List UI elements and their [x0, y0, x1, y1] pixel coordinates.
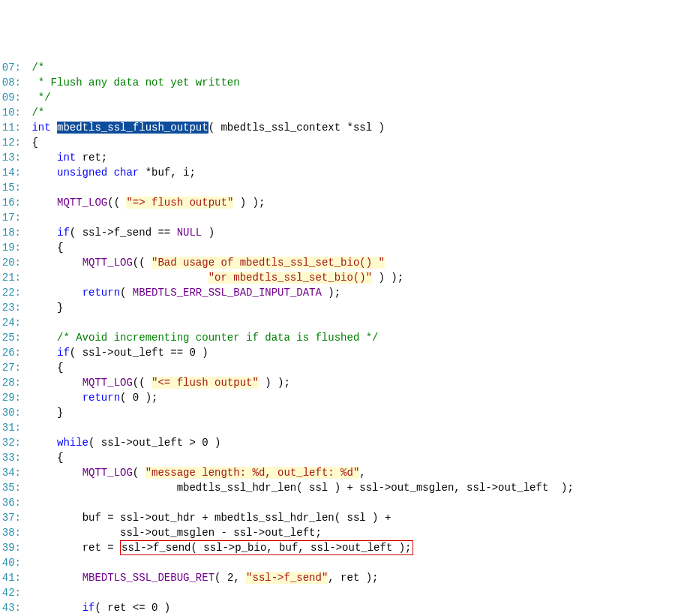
- line-number: 36:: [0, 495, 21, 510]
- line-number: 38:: [0, 525, 21, 540]
- line-number: 22:: [0, 285, 21, 300]
- line-number: 16:: [0, 195, 21, 210]
- code-line: unsigned char *buf, i;: [26, 165, 696, 180]
- code-line: buf = ssl->out_hdr + mbedtls_ssl_hdr_len…: [26, 510, 696, 525]
- line-number-gutter: 07:08:09:10:11:12:13:14:15:16:17:18:19:2…: [0, 60, 26, 616]
- line-number: 20:: [0, 255, 21, 270]
- line-number: 28:: [0, 375, 21, 390]
- line-number: 12:: [0, 135, 21, 150]
- line-number: 32:: [0, 435, 21, 450]
- code-line: ret = ssl->f_send( ssl->p_bio, buf, ssl-…: [26, 540, 696, 555]
- code-line: {: [26, 135, 696, 150]
- code-line: [26, 180, 696, 195]
- line-number: 41:: [0, 570, 21, 585]
- code-line: * Flush any data not yet written: [26, 75, 696, 90]
- code-line: {: [26, 450, 696, 465]
- code-line: "or mbedtls_ssl_set_bio()" ) );: [26, 270, 696, 285]
- code-line: */: [26, 90, 696, 105]
- line-number: 27:: [0, 360, 21, 375]
- code-line: if( ret <= 0 ): [26, 600, 696, 615]
- code-line: [26, 555, 696, 570]
- line-number: 21:: [0, 270, 21, 285]
- code-line: [26, 210, 696, 225]
- code-line: {: [26, 360, 696, 375]
- code-line: [26, 420, 696, 435]
- line-number: 25:: [0, 330, 21, 345]
- code-line: }: [26, 300, 696, 315]
- code-line: int ret;: [26, 150, 696, 165]
- line-number: 09:: [0, 90, 21, 105]
- line-number: 33:: [0, 450, 21, 465]
- code-line: int mbedtls_ssl_flush_output( mbedtls_ss…: [26, 120, 696, 135]
- code-line: [26, 495, 696, 510]
- line-number: 23:: [0, 300, 21, 315]
- line-number: 17:: [0, 210, 21, 225]
- line-number: 24:: [0, 315, 21, 330]
- code-line: if( ssl->out_left == 0 ): [26, 345, 696, 360]
- code-line: {: [26, 240, 696, 255]
- line-number: 26:: [0, 345, 21, 360]
- code-line: MBEDTLS_SSL_DEBUG_RET( 2, "ssl->f_send",…: [26, 570, 696, 585]
- code-line: /* Avoid incrementing counter if data is…: [26, 330, 696, 345]
- line-number: 34:: [0, 465, 21, 480]
- line-number: 08:: [0, 75, 21, 90]
- code-line: MQTT_LOG(( "Bad usage of mbedtls_ssl_set…: [26, 255, 696, 270]
- line-number: 30:: [0, 405, 21, 420]
- code-line: if( ssl->f_send == NULL ): [26, 225, 696, 240]
- code-area[interactable]: /* * Flush any data not yet written */ /…: [26, 60, 696, 616]
- line-number: 43:: [0, 600, 21, 615]
- line-number: 31:: [0, 420, 21, 435]
- code-line: [26, 315, 696, 330]
- line-number: 18:: [0, 225, 21, 240]
- line-number: 35:: [0, 480, 21, 495]
- code-line: MQTT_LOG(( "<= flush output" ) );: [26, 375, 696, 390]
- code-line: while( ssl->out_left > 0 ): [26, 435, 696, 450]
- line-number: 07:: [0, 60, 21, 75]
- code-line: return( 0 );: [26, 390, 696, 405]
- line-number: 11:: [0, 120, 21, 135]
- code-line: MQTT_LOG( "message length: %d, out_left:…: [26, 465, 696, 480]
- line-number: 37:: [0, 510, 21, 525]
- code-line: }: [26, 405, 696, 420]
- line-number: 13:: [0, 150, 21, 165]
- code-line: /*: [26, 60, 696, 75]
- line-number: 42:: [0, 585, 21, 600]
- line-number: 39:: [0, 540, 21, 555]
- code-line: MQTT_LOG(( "=> flush output" ) );: [26, 195, 696, 210]
- line-number: 40:: [0, 555, 21, 570]
- highlighted-call-box: ssl->f_send( ssl->p_bio, buf, ssl->out_l…: [120, 540, 412, 555]
- code-editor: 07:08:09:10:11:12:13:14:15:16:17:18:19:2…: [0, 60, 696, 616]
- code-line: [26, 585, 696, 600]
- line-number: 10:: [0, 105, 21, 120]
- code-line: mbedtls_ssl_hdr_len( ssl ) + ssl->out_ms…: [26, 480, 696, 495]
- code-line: return( MBEDTLS_ERR_SSL_BAD_INPUT_DATA )…: [26, 285, 696, 300]
- code-line: /*: [26, 105, 696, 120]
- line-number: 19:: [0, 240, 21, 255]
- line-number: 15:: [0, 180, 21, 195]
- code-line: ssl->out_msglen - ssl->out_left;: [26, 525, 696, 540]
- line-number: 29:: [0, 390, 21, 405]
- line-number: 14:: [0, 165, 21, 180]
